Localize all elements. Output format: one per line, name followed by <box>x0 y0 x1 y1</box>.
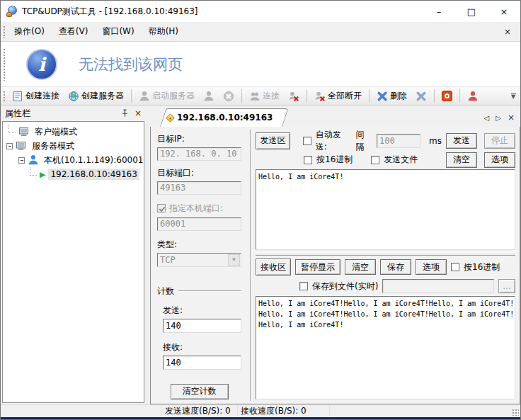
tree-item-server-mode[interactable]: 服务器模式 <box>3 139 144 153</box>
toolbar-separator <box>131 89 132 103</box>
type-dropdown-icon: ▼ <box>228 254 240 266</box>
disconnect-all-label: 全部断开 <box>328 90 362 102</box>
menu-operate[interactable]: 操作(O) <box>7 23 52 40</box>
title-bar: TCP&UDP测试工具 - [192.168.0.10:49163] – □ × <box>1 1 520 22</box>
target-port-field <box>157 181 241 195</box>
send-textarea[interactable]: Hello, I am iCore4T! <box>256 169 515 250</box>
menu-view[interactable]: 查看(V) <box>52 23 96 40</box>
red-person-icon <box>467 91 479 102</box>
properties-panel: 属性栏 × 客户端模式 服务器模式 <box>1 106 146 404</box>
type-select: TCP ▼ <box>157 253 241 267</box>
local-port-checkbox-row: 指定本机端口: <box>157 203 241 215</box>
connect-label: 连接 <box>263 90 280 102</box>
tree-expand-icon[interactable] <box>6 143 13 149</box>
delete-x-icon <box>377 91 388 102</box>
count-group-line <box>178 290 241 292</box>
send-button[interactable]: 发送 <box>446 133 477 149</box>
send-header-row1: 发送区 自动发送: 间隔 ms 发送 停止 <box>256 131 515 150</box>
receive-textarea[interactable]: Hello, I am iCore4T!Hello, I am iCore4T!… <box>256 296 515 399</box>
menubar-close-icon[interactable]: × <box>500 25 515 38</box>
receive-options-button[interactable]: 选项 <box>416 259 447 275</box>
type-select-value: TCP <box>160 255 176 265</box>
window-controls: – □ × <box>423 1 520 22</box>
save-button[interactable]: 保存 <box>380 259 411 275</box>
save-file-path-field <box>382 279 494 293</box>
pause-display-button[interactable]: 暂停显示 <box>295 259 340 275</box>
panel-close-icon[interactable]: × <box>134 108 142 118</box>
stop-button-toolbar[interactable] <box>438 89 456 103</box>
count-group-header: 计数 <box>157 285 241 297</box>
create-server-button[interactable]: 创建服务器 <box>64 88 127 104</box>
send-clear-button[interactable]: 清空 <box>446 152 477 168</box>
toolbar-separator <box>459 89 460 103</box>
stop-server-button <box>200 89 218 104</box>
toolbar-overflow-icon[interactable]: ▼ <box>509 93 517 98</box>
window-title: TCP&UDP测试工具 - [192.168.0.10:49163] <box>22 6 198 18</box>
tab-strip: 192.168.0.10:49163 ◁ ▷ × <box>150 106 520 127</box>
send-hex-checkbox[interactable] <box>304 156 312 164</box>
menu-window[interactable]: 窗口(W) <box>95 23 141 40</box>
create-connection-button[interactable]: 创建连接 <box>8 88 63 104</box>
sent-count-label: 发送: <box>163 305 241 317</box>
delete-button[interactable]: 删除 <box>373 88 411 104</box>
send-file-label: 发送文件 <box>384 154 418 166</box>
maximize-icon[interactable]: □ <box>455 1 488 22</box>
send-receive-splitter[interactable] <box>256 252 515 256</box>
delete-label: 删除 <box>390 90 407 102</box>
save-to-file-label: 保存到文件(实时) <box>312 280 378 293</box>
tree-item-connection[interactable]: ▶ 192.168.0.10:49163 <box>3 167 144 181</box>
menu-bar: 操作(O) 查看(V) 窗口(W) 帮助(H) × <box>1 22 520 42</box>
send-area-button[interactable]: 发送区 <box>256 132 290 149</box>
document-icon <box>12 91 23 102</box>
send-file-checkbox[interactable] <box>371 156 379 164</box>
server-person-icon <box>139 91 150 102</box>
toolbar-separator <box>307 89 307 103</box>
resize-grip-icon[interactable] <box>512 409 519 416</box>
save-to-file-checkbox[interactable] <box>299 282 308 290</box>
status-cell-rest <box>330 405 520 417</box>
toolbar-separator <box>369 89 370 103</box>
tree-item-client-mode[interactable]: 客户端模式 <box>3 125 144 139</box>
embedded-page-banner: i 无法找到该网页 <box>1 42 520 87</box>
exit-button[interactable] <box>464 89 482 104</box>
receive-clear-button[interactable]: 清空 <box>345 259 376 275</box>
properties-panel-tools: × <box>121 108 142 118</box>
tree-item-label: 客户端模式 <box>33 125 79 139</box>
tab-connection[interactable]: 192.168.0.10:49163 <box>160 108 282 127</box>
menu-help[interactable]: 帮助(H) <box>142 23 185 40</box>
monitor-icon <box>18 126 30 137</box>
count-group-label: 计数 <box>157 285 174 297</box>
toolbar-separator <box>434 89 435 103</box>
page-not-found-message: 无法找到该网页 <box>79 55 183 74</box>
disconnect-button[interactable] <box>285 89 303 104</box>
close-icon[interactable]: × <box>488 1 520 22</box>
auto-send-checkbox[interactable] <box>303 137 311 145</box>
recv-count-field[interactable] <box>163 356 241 370</box>
receive-area-button[interactable]: 接收区 <box>256 259 291 276</box>
tab-close-icon[interactable]: × <box>508 113 515 123</box>
type-label: 类型: <box>157 239 241 251</box>
sent-count-field[interactable] <box>163 319 241 333</box>
banner-grip-icon <box>2 47 6 81</box>
status-bar: 发送速度(B/S): 0 接收速度(B/S): 0 <box>1 404 520 417</box>
clear-count-button[interactable]: 清空计数 <box>171 384 229 399</box>
toolbar-grip-icon[interactable] <box>2 90 6 102</box>
tree-item-local-host[interactable]: 本机(10.1.1.149):60001 <box>3 153 144 167</box>
tree-elbow <box>30 167 37 176</box>
globe-icon <box>68 91 79 102</box>
receive-hex-checkbox[interactable] <box>451 263 459 271</box>
menu-grip-icon[interactable] <box>2 25 6 38</box>
pin-icon[interactable] <box>121 109 129 118</box>
tab-next-icon[interactable]: ▷ <box>496 114 501 122</box>
auto-send-label: 自动发送: <box>316 129 352 153</box>
start-server-label: 启动服务器 <box>152 90 195 102</box>
receive-speed-status: 接收速度(B/S): 0 <box>238 405 330 417</box>
tab-prev-icon[interactable]: ◁ <box>484 114 490 122</box>
minimize-icon[interactable]: – <box>423 1 455 22</box>
send-header-row2: 按16进制 发送文件 清空 选项 <box>256 150 515 169</box>
tree-expand-icon[interactable] <box>18 157 25 164</box>
send-options-button[interactable]: 选项 <box>484 152 515 168</box>
send-speed-status: 发送速度(B/S): 0 <box>162 405 238 417</box>
toolbar-separator <box>241 89 242 103</box>
disconnect-all-button[interactable]: 全部断开 <box>311 88 365 104</box>
